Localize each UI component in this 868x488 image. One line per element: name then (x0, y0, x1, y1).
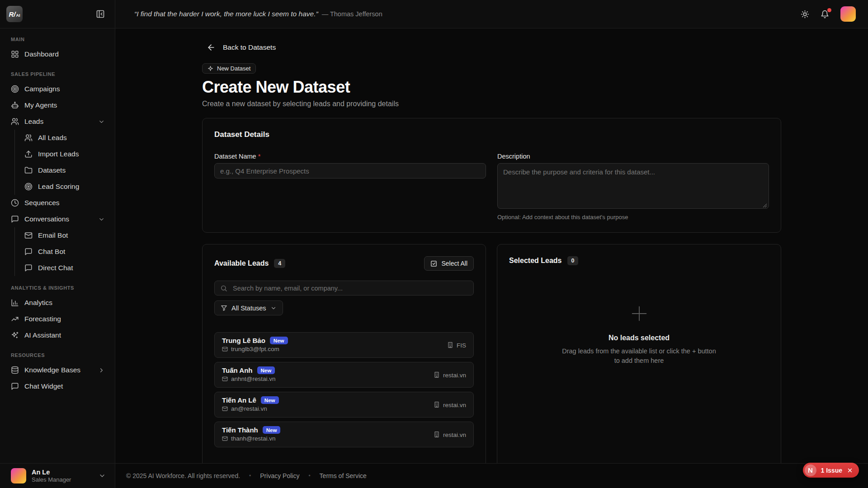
back-to-datasets-link[interactable]: Back to Datasets (202, 42, 276, 53)
sidebar-item-conversations[interactable]: Conversations (0, 211, 115, 227)
sidebar-item-chat-widget[interactable]: Chat Widget (0, 378, 115, 394)
sidebar-header: R/ AI (0, 0, 115, 28)
plus-icon (629, 303, 650, 324)
lead-search (214, 281, 474, 296)
lead-card[interactable]: Trung Lê Bảo New trunglb3@fpt.com FIS (214, 332, 474, 358)
chevron-down-icon (98, 118, 105, 125)
sidebar-item-chat-bot[interactable]: Chat Bot (15, 244, 115, 260)
sparkles-icon (11, 331, 19, 339)
sidebar-item-knowledge-bases[interactable]: Knowledge Bases (0, 362, 115, 378)
dataset-details-card: Dataset Details Dataset Name * Descripti… (202, 118, 781, 233)
topbar-actions (801, 6, 856, 22)
theme-toggle-button[interactable] (801, 10, 809, 19)
lead-email-text: an@restai.vn (231, 405, 267, 412)
sidebar-section-analytics: ANALYTICS & INSIGHTS (0, 281, 115, 295)
folder-icon (24, 166, 33, 174)
lead-status-badge: New (257, 366, 275, 374)
sidebar-item-ai-assistant[interactable]: AI Assistant (0, 327, 115, 343)
notifications-button[interactable] (821, 10, 829, 19)
lead-card[interactable]: Tuấn Anh New anhnt@restai.vn restai.vn (214, 362, 474, 388)
panel-collapse-icon (96, 9, 105, 19)
selected-leads-panel: Selected Leads 0 No leads selected Drag … (497, 244, 781, 463)
mail-icon (222, 376, 228, 382)
lead-search-input[interactable] (232, 284, 468, 292)
lead-email-text: anhnt@restai.vn (231, 375, 276, 382)
lead-selection-panels: Available Leads 4 Select All All Sta (202, 244, 781, 463)
available-leads-panel: Available Leads 4 Select All All Sta (202, 244, 486, 463)
sidebar-item-import-leads[interactable]: Import Leads (15, 146, 115, 162)
sidebar-item-datasets[interactable]: Datasets (15, 162, 115, 178)
empty-state-title: No leads selected (609, 334, 670, 342)
target-icon (24, 183, 33, 191)
sidebar-item-sequences[interactable]: Sequences (0, 195, 115, 211)
dataset-name-input[interactable] (214, 163, 486, 178)
upload-icon (24, 150, 33, 158)
selected-leads-count: 0 (567, 256, 579, 265)
sidebar-leads-subnav: All Leads Import Leads Datasets Lead Sco… (14, 130, 115, 195)
close-icon[interactable] (847, 467, 853, 474)
sidebar-item-all-leads[interactable]: All Leads (15, 130, 115, 146)
available-leads-title: Available Leads (214, 259, 269, 267)
selected-leads-header: Selected Leads 0 (509, 256, 769, 265)
status-filter-button[interactable]: All Statuses (214, 300, 283, 315)
logo-text-secondary: AI (16, 13, 20, 18)
lead-name: Tiến Thành (222, 426, 258, 434)
lead-status-badge: New (270, 337, 288, 344)
quote-text: “I find that the harder I work, the more… (134, 10, 318, 18)
sidebar-item-my-agents[interactable]: My Agents (0, 97, 115, 113)
sidebar-item-lead-scoring[interactable]: Lead Scoring (15, 178, 115, 195)
mail-icon (222, 406, 228, 412)
sidebar-conversations-subnav: Email Bot Chat Bot Direct Chat (14, 227, 115, 276)
users-icon (11, 117, 19, 126)
page-title: Create New Dataset (202, 78, 781, 96)
privacy-policy-link[interactable]: Privacy Policy (260, 472, 299, 479)
select-all-label: Select All (441, 260, 467, 267)
lead-card[interactable]: Tiến Thành New thanh@restai.vn restai.vn (214, 422, 474, 447)
sidebar-item-forecasting[interactable]: Forecasting (0, 311, 115, 327)
sidebar-item-analytics[interactable]: Analytics (0, 295, 115, 311)
status-filter-label: All Statuses (231, 305, 266, 312)
lead-card[interactable]: Tiến An Lê New an@restai.vn restai.vn (214, 392, 474, 418)
sidebar-item-leads[interactable]: Leads (0, 113, 115, 130)
sidebar-item-label: Email Bot (38, 231, 68, 239)
select-all-button[interactable]: Select All (424, 256, 474, 271)
trending-up-icon (11, 315, 19, 323)
sidebar-item-label: My Agents (24, 101, 57, 109)
card-title: Dataset Details (214, 130, 769, 139)
lead-status-badge: New (261, 396, 279, 404)
dev-issue-badge[interactable]: N 1 Issue (803, 463, 859, 478)
chat-bubble-icon (11, 215, 19, 223)
terms-of-service-link[interactable]: Terms of Service (320, 472, 367, 479)
mail-icon (222, 346, 228, 352)
sidebar-item-campaigns[interactable]: Campaigns (0, 81, 115, 97)
chat-bubble-icon (24, 248, 33, 256)
lead-company-text: restai.vn (443, 401, 466, 408)
dashboard-grid-icon (11, 50, 19, 58)
lead-name: Trung Lê Bảo (222, 337, 265, 344)
filter-funnel-icon (221, 305, 227, 311)
empty-drop-zone[interactable]: No leads selected Drag leads from the av… (509, 265, 769, 366)
building-icon (447, 342, 453, 348)
app-logo[interactable]: R/ AI (6, 6, 23, 22)
sidebar-item-label: Lead Scoring (38, 183, 79, 191)
logo-text-primary: R/ (9, 10, 16, 18)
mail-icon (24, 231, 33, 239)
sidebar-collapse-button[interactable] (96, 9, 105, 19)
sidebar-item-direct-chat[interactable]: Direct Chat (15, 260, 115, 276)
sidebar-item-dashboard[interactable]: Dashboard (0, 46, 115, 62)
page-content: Back to Datasets New Dataset Create New … (115, 28, 868, 463)
sidebar-item-label: Import Leads (38, 150, 79, 158)
chevron-down-icon (99, 472, 106, 479)
clock-icon (11, 199, 19, 207)
description-hint: Optional: Add context about this dataset… (497, 214, 769, 221)
checkbox-check-icon (430, 260, 437, 267)
description-textarea[interactable] (497, 163, 769, 209)
chevron-down-icon (270, 305, 277, 311)
topbar-avatar[interactable] (840, 6, 856, 22)
sidebar-item-label: Forecasting (24, 315, 61, 323)
new-dataset-badge: New Dataset (202, 63, 256, 74)
sidebar-item-label: Datasets (38, 166, 66, 174)
sidebar-item-label: Dashboard (24, 50, 59, 58)
user-profile-menu[interactable]: An Le Sales Manager (0, 463, 115, 488)
sidebar-item-email-bot[interactable]: Email Bot (15, 227, 115, 244)
